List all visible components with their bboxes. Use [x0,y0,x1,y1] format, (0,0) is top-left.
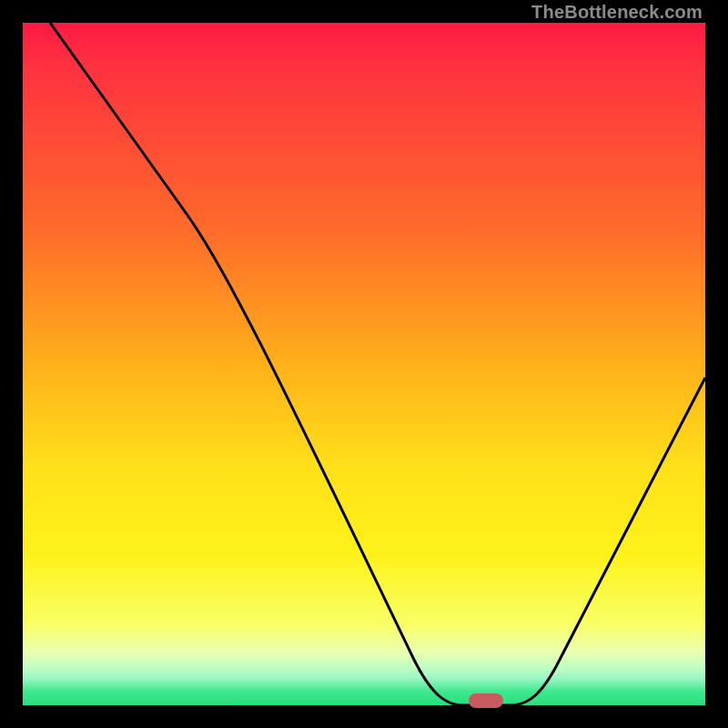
optimal-marker [469,693,503,708]
watermark-text: TheBottleneck.com [531,2,703,23]
bottleneck-curve-path [50,23,705,705]
chart-curve [23,23,705,705]
chart-frame [23,23,705,705]
